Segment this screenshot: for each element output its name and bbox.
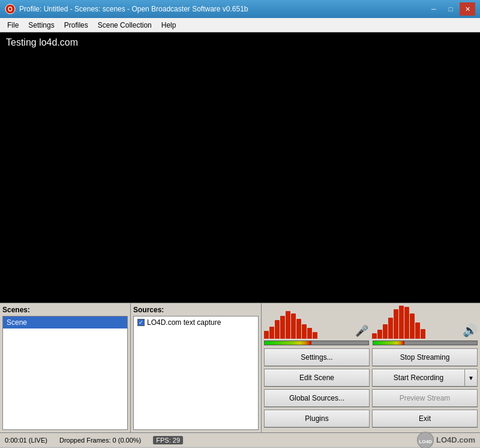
level-fill-1 — [265, 341, 311, 345]
status-bar: 0:00:01 (LIVE) Dropped Frames: 0 (0.00%)… — [0, 432, 480, 447]
record-wrapper: Start Recording ▼ — [372, 369, 478, 387]
plugins-button[interactable]: Plugins — [264, 410, 370, 428]
status-time: 0:00:01 (LIVE) — [5, 437, 47, 444]
vol-bar-4 — [394, 309, 398, 339]
menu-profiles[interactable]: Profiles — [59, 19, 93, 31]
source-name: LO4D.com text capture — [147, 318, 221, 327]
scenes-list: Scene — [2, 316, 128, 430]
menu-bar: File Settings Profiles Scene Collection … — [0, 18, 480, 32]
mic-bar-8 — [307, 328, 312, 339]
status-dropped-frames: Dropped Frames: 0 (0.00%) — [59, 437, 141, 444]
lo4d-logo: LO4D — [417, 432, 434, 449]
bottom-panel: Scenes: Scene Sources: ✓ LO4D.com text c… — [0, 303, 480, 447]
source-item[interactable]: ✓ LO4D.com text capture — [134, 316, 258, 328]
vol-bar-8 — [415, 322, 420, 339]
sources-panel: Sources: ✓ LO4D.com text capture — [131, 303, 262, 432]
menu-help[interactable]: Help — [157, 19, 181, 31]
preview-overlay-text: Testing lo4d.com — [0, 32, 84, 53]
record-dropdown-button[interactable]: ▼ — [464, 369, 478, 387]
lo4d-text: LO4D.com — [436, 435, 475, 444]
mic-bar-3 — [280, 316, 285, 339]
stop-streaming-button[interactable]: Stop Streaming — [372, 348, 478, 366]
vol-bar-1 — [377, 330, 382, 339]
level-bar-row — [264, 341, 478, 345]
level-bar-1 — [264, 341, 369, 345]
fps-badge: FPS: 29 — [153, 436, 183, 444]
fps-display: FPS: 29 — [153, 437, 183, 444]
mic-bar-4 — [286, 311, 290, 339]
vol-meter — [372, 306, 460, 339]
close-button[interactable]: ✕ — [460, 2, 475, 16]
vol-bar-9 — [421, 329, 425, 339]
audio-meters: 🎤 🔊 — [264, 306, 478, 339]
window-controls: ─ □ ✕ — [426, 2, 475, 16]
menu-settings[interactable]: Settings — [23, 19, 59, 31]
mic-bar-1 — [269, 327, 274, 339]
vol-bar-6 — [404, 307, 409, 339]
level-bar-2 — [373, 341, 478, 345]
mic-bar-5 — [291, 313, 296, 339]
maximize-button[interactable]: □ — [443, 2, 458, 16]
svg-text:O: O — [8, 6, 13, 13]
app-icon: O — [5, 4, 16, 14]
global-sources-button[interactable]: Global Sources... — [264, 389, 370, 407]
menu-file[interactable]: File — [2, 19, 23, 31]
start-recording-button[interactable]: Start Recording — [372, 369, 464, 387]
svg-text:LO4D: LO4D — [419, 439, 432, 444]
preview-area: Testing lo4d.com — [0, 32, 480, 303]
minimize-button[interactable]: ─ — [426, 2, 442, 16]
mic-bar-0 — [264, 331, 269, 339]
scenes-panel: Scenes: Scene — [0, 303, 131, 432]
scenes-label: Scenes: — [2, 306, 128, 314]
mic-icon: 🎤 — [355, 324, 368, 338]
controls-area: Scenes: Scene Sources: ✓ LO4D.com text c… — [0, 303, 480, 432]
source-checkbox[interactable]: ✓ — [137, 319, 145, 326]
lo4d-watermark: LO4D LO4D.com — [417, 432, 475, 449]
vol-bar-5 — [399, 306, 404, 339]
vol-bar-0 — [372, 333, 377, 339]
mic-bar-2 — [275, 320, 280, 339]
window-title: Profile: Untitled - Scenes: scenes - Ope… — [19, 5, 426, 13]
volume-icon: 🔊 — [463, 323, 478, 338]
scene-item[interactable]: Scene — [3, 316, 127, 328]
settings-button[interactable]: Settings... — [264, 348, 370, 366]
vol-bar-7 — [410, 313, 415, 339]
mic-bar-9 — [313, 332, 317, 339]
level-fill-2 — [373, 341, 404, 345]
vol-bar-2 — [383, 324, 388, 339]
mic-meter — [264, 311, 352, 339]
title-bar: O Profile: Untitled - Scenes: scenes - O… — [0, 0, 480, 18]
buttons-grid: Settings... Stop Streaming Edit Scene St… — [264, 348, 478, 428]
vol-bar-3 — [388, 318, 393, 339]
edit-scene-button[interactable]: Edit Scene — [264, 369, 370, 387]
sources-list: ✓ LO4D.com text capture — [133, 316, 259, 430]
mic-bar-6 — [296, 319, 301, 339]
exit-button[interactable]: Exit — [372, 410, 478, 428]
preview-stream-button: Preview Stream — [372, 389, 478, 407]
mic-bar-7 — [302, 324, 307, 339]
right-panel: 🎤 🔊 Settings... Stop Streaming Edit Scen… — [262, 303, 480, 432]
menu-scene-collection[interactable]: Scene Collection — [93, 19, 157, 31]
sources-label: Sources: — [133, 306, 259, 314]
